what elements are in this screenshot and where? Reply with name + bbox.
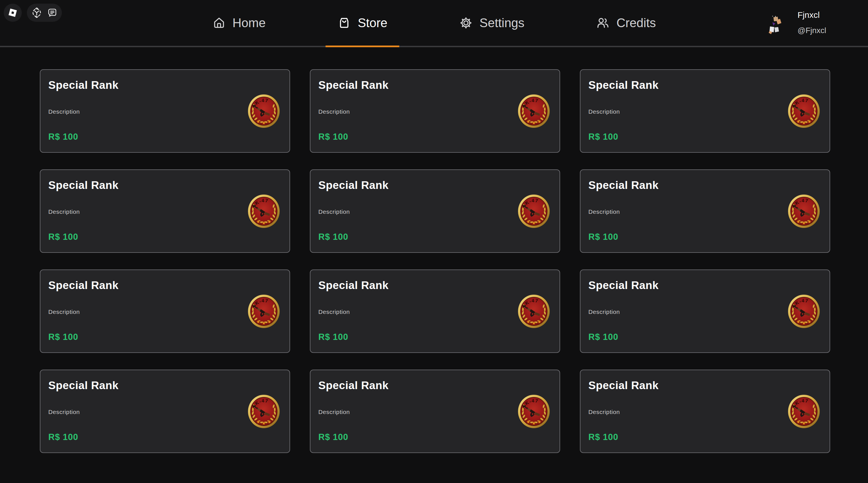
ak47-rank-badge-icon (517, 294, 551, 329)
store-item-card[interactable]: Special Rank Description R$ 100 (580, 269, 830, 353)
card-title: Special Rank (588, 279, 821, 291)
nav-label: Store (358, 16, 387, 30)
roblox-menu-button[interactable] (4, 4, 22, 22)
card-title: Special Rank (48, 179, 281, 192)
view-3d-icon (32, 8, 42, 18)
ak47-rank-badge-icon (787, 194, 820, 228)
store-item-card[interactable]: Special Rank Description R$ 100 (580, 370, 830, 453)
nav-label: Credits (617, 16, 656, 30)
card-description: Description (588, 208, 821, 215)
ak47-rank-badge-icon (247, 394, 280, 429)
card-price: R$ 100 (588, 332, 821, 342)
card-description: Description (588, 108, 821, 115)
notes-icon (47, 8, 57, 18)
store-item-card[interactable]: Special Rank Description R$ 100 (40, 169, 290, 253)
card-price: R$ 100 (318, 132, 551, 142)
ak47-rank-badge-icon (517, 94, 551, 129)
user-profile[interactable]: Fjnxcl @Fjnxcl (766, 10, 826, 35)
nav-label: Home (232, 16, 266, 30)
card-price: R$ 100 (318, 232, 551, 242)
card-description: Description (48, 108, 281, 115)
store-grid: Special Rank Description R$ 100 Special … (40, 69, 830, 453)
ak47-rank-badge-icon (517, 194, 551, 228)
card-title: Special Rank (318, 79, 551, 91)
card-price: R$ 100 (318, 332, 551, 342)
nav-tab-home[interactable]: Home (200, 0, 277, 46)
home-icon (212, 16, 226, 30)
card-price: R$ 100 (48, 232, 281, 242)
card-title: Special Rank (318, 279, 551, 291)
card-description: Description (588, 408, 821, 416)
notes-button[interactable] (46, 7, 58, 18)
main-nav: Home Store Settings (200, 0, 668, 46)
card-price: R$ 100 (48, 432, 281, 442)
store-icon (337, 16, 351, 30)
quick-actions-pill (27, 4, 62, 22)
card-title: Special Rank (48, 379, 281, 392)
ak47-rank-badge-icon (787, 394, 820, 429)
card-description: Description (48, 408, 281, 416)
nav-tab-credits[interactable]: Credits (584, 0, 668, 46)
ak47-rank-badge-icon (517, 394, 551, 429)
nav-tab-settings[interactable]: Settings (447, 0, 536, 46)
nav-tab-store[interactable]: Store (326, 0, 399, 46)
card-title: Special Rank (48, 79, 281, 91)
card-title: Special Rank (588, 379, 821, 392)
store-item-card[interactable]: Special Rank Description R$ 100 (40, 370, 290, 453)
store-page: Special Rank Description R$ 100 Special … (0, 47, 868, 453)
store-item-card[interactable]: Special Rank Description R$ 100 (580, 69, 830, 153)
card-title: Special Rank (48, 279, 281, 291)
card-title: Special Rank (588, 179, 821, 192)
card-price: R$ 100 (48, 132, 281, 142)
display-name: Fjnxcl (797, 11, 826, 19)
card-price: R$ 100 (588, 432, 821, 442)
store-item-card[interactable]: Special Rank Description R$ 100 (580, 169, 830, 253)
ak47-rank-badge-icon (787, 294, 820, 329)
roblox-logo-icon (7, 7, 18, 18)
card-price: R$ 100 (588, 232, 821, 242)
card-price: R$ 100 (588, 132, 821, 142)
store-item-card[interactable]: Special Rank Description R$ 100 (40, 269, 290, 353)
card-description: Description (318, 408, 551, 416)
store-item-card[interactable]: Special Rank Description R$ 100 (310, 269, 560, 353)
ak47-rank-badge-icon (247, 194, 280, 228)
card-description: Description (588, 309, 821, 315)
card-description: Description (318, 309, 551, 315)
store-item-card[interactable]: Special Rank Description R$ 100 (310, 370, 560, 453)
card-title: Special Rank (318, 379, 551, 392)
top-bar: Home Store Settings (0, 0, 868, 47)
card-description: Description (318, 108, 551, 115)
card-description: Description (318, 208, 551, 215)
view-3d-button[interactable] (31, 7, 42, 18)
card-description: Description (48, 208, 281, 215)
username-handle: @Fjnxcl (797, 27, 826, 34)
avatar (766, 15, 782, 35)
card-title: Special Rank (318, 179, 551, 192)
card-description: Description (48, 309, 281, 315)
nav-label: Settings (479, 16, 525, 30)
card-price: R$ 100 (318, 432, 551, 442)
ak47-rank-badge-icon (247, 94, 280, 129)
card-price: R$ 100 (48, 332, 281, 342)
ak47-rank-badge-icon (247, 294, 280, 329)
store-item-card[interactable]: Special Rank Description R$ 100 (310, 169, 560, 253)
store-item-card[interactable]: Special Rank Description R$ 100 (310, 69, 560, 153)
settings-icon (459, 16, 473, 30)
card-title: Special Rank (588, 79, 821, 91)
store-item-card[interactable]: Special Rank Description R$ 100 (40, 69, 290, 153)
corner-controls (4, 4, 62, 22)
ak47-rank-badge-icon (787, 94, 820, 129)
credits-icon (596, 16, 610, 30)
